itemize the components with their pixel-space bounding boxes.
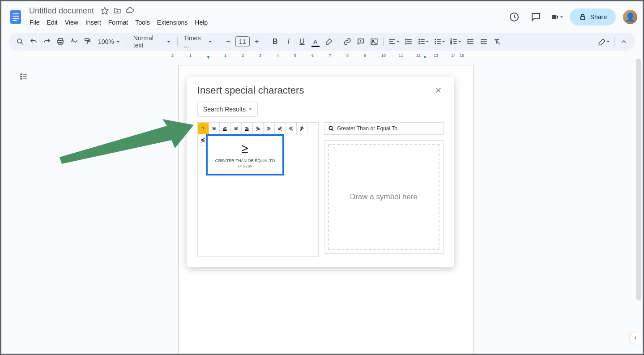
special-characters-dialog: Insert special characters ✕ Search Resul… bbox=[187, 77, 454, 267]
share-label: Share bbox=[590, 13, 607, 21]
svg-rect-3 bbox=[13, 18, 19, 19]
bullet-list-button[interactable] bbox=[432, 35, 447, 48]
horizontal-ruler[interactable]: 2 1 ▼ 1 2 3 4 5 6 7 8 9 10 11 12 ▼ 13 14… bbox=[1, 53, 643, 60]
zoom-select[interactable]: 100% bbox=[94, 35, 124, 48]
close-icon[interactable]: ✕ bbox=[433, 85, 444, 96]
image-button[interactable] bbox=[368, 35, 380, 48]
char-cell[interactable]: ⋟ bbox=[253, 123, 264, 134]
editing-mode-button[interactable] bbox=[597, 35, 612, 48]
header: Untitled document File Edit View Insert … bbox=[1, 1, 643, 30]
clear-format-button[interactable] bbox=[491, 35, 503, 48]
menu-extensions[interactable]: Extensions bbox=[154, 17, 191, 28]
docs-logo[interactable] bbox=[7, 8, 25, 26]
svg-rect-7 bbox=[580, 17, 584, 20]
text-color-button[interactable]: A bbox=[309, 35, 322, 48]
paint-format-button[interactable] bbox=[81, 35, 94, 48]
underline-button[interactable]: U bbox=[296, 35, 308, 48]
print-button[interactable] bbox=[54, 35, 67, 48]
style-select[interactable]: Normal text bbox=[130, 35, 175, 48]
document-title[interactable]: Untitled document bbox=[26, 5, 97, 17]
link-button[interactable] bbox=[341, 35, 354, 48]
toolbar: 100% Normal text Times ... − + B I U A 1… bbox=[9, 33, 635, 51]
menu-insert[interactable]: Insert bbox=[82, 17, 104, 28]
menu-edit[interactable]: Edit bbox=[44, 17, 61, 28]
font-size-decrease[interactable]: − bbox=[222, 35, 235, 48]
svg-point-21 bbox=[21, 74, 22, 75]
font-size-increase[interactable]: + bbox=[251, 35, 263, 48]
vertical-scrollbar[interactable] bbox=[636, 59, 641, 305]
undo-button[interactable] bbox=[27, 35, 40, 48]
collapse-toolbar-button[interactable] bbox=[618, 35, 630, 48]
tooltip-code: U+2265 bbox=[211, 164, 279, 168]
tooltip-name: GREATER-THAN OR EQUAL TO bbox=[211, 158, 279, 163]
dialog-title: Insert special characters bbox=[197, 85, 304, 96]
share-button[interactable]: Share bbox=[570, 9, 616, 26]
menu-file[interactable]: File bbox=[26, 17, 43, 28]
side-panel-toggle[interactable] bbox=[630, 332, 641, 344]
meet-button[interactable] bbox=[548, 8, 566, 26]
char-cell[interactable]: ≦ bbox=[242, 123, 253, 134]
draw-panel: Draw a symbol here bbox=[324, 140, 444, 254]
align-button[interactable] bbox=[386, 35, 401, 48]
svg-point-16 bbox=[435, 41, 436, 42]
char-cell[interactable]: ⋜ bbox=[231, 123, 242, 134]
lock-icon bbox=[579, 13, 587, 21]
redo-button[interactable] bbox=[41, 35, 53, 48]
svg-text:3: 3 bbox=[450, 42, 452, 45]
indent-increase-button[interactable] bbox=[478, 35, 490, 48]
menu-tools[interactable]: Tools bbox=[132, 17, 153, 28]
svg-point-22 bbox=[21, 76, 22, 77]
svg-rect-1 bbox=[13, 13, 19, 14]
char-cell[interactable]: ⋡ bbox=[297, 123, 308, 134]
italic-button[interactable]: I bbox=[282, 35, 295, 48]
bold-button[interactable]: B bbox=[269, 35, 281, 48]
menu-bar: File Edit View Insert Format Tools Exten… bbox=[26, 16, 505, 29]
character-grid: ≥ ⋝ ≧ ⋜ ≦ ⋟ ≽ ⋞ ≼ ⋡ ⋠ ≥ GREATER-THAN OR … bbox=[197, 122, 319, 257]
line-spacing-button[interactable] bbox=[402, 35, 415, 48]
character-tooltip: ≥ GREATER-THAN OR EQUAL TO U+2265 bbox=[206, 134, 284, 175]
search-icon[interactable] bbox=[14, 35, 26, 48]
svg-point-15 bbox=[435, 39, 436, 40]
font-select[interactable]: Times ... bbox=[180, 35, 216, 48]
svg-point-23 bbox=[21, 78, 22, 80]
svg-rect-4 bbox=[13, 20, 17, 21]
search-input[interactable] bbox=[337, 125, 439, 132]
char-cell[interactable]: ≼ bbox=[286, 123, 297, 134]
svg-point-8 bbox=[17, 39, 21, 43]
avatar[interactable]: 👤 bbox=[623, 10, 637, 24]
comments-icon[interactable] bbox=[527, 8, 545, 26]
menu-view[interactable]: View bbox=[62, 17, 81, 28]
spellcheck-button[interactable] bbox=[68, 35, 80, 48]
font-size-input[interactable] bbox=[235, 36, 250, 47]
cloud-status-icon[interactable] bbox=[125, 6, 134, 15]
search-icon bbox=[328, 125, 334, 132]
star-icon[interactable] bbox=[100, 6, 109, 15]
menu-help[interactable]: Help bbox=[192, 17, 211, 28]
char-cell[interactable]: ≧ bbox=[220, 123, 231, 134]
title-area: Untitled document File Edit View Insert … bbox=[26, 5, 505, 29]
svg-rect-12 bbox=[85, 38, 89, 41]
char-cell[interactable]: ⋝ bbox=[209, 123, 220, 134]
numbered-list-button[interactable]: 123 bbox=[448, 35, 463, 48]
menu-format[interactable]: Format bbox=[105, 17, 131, 28]
svg-rect-2 bbox=[13, 16, 19, 17]
char-cell[interactable]: ≽ bbox=[264, 123, 275, 134]
move-icon[interactable] bbox=[113, 6, 122, 15]
character-search-box[interactable] bbox=[324, 122, 444, 135]
vertical-ruler[interactable] bbox=[1, 60, 9, 355]
char-cell[interactable]: ⋞ bbox=[275, 123, 286, 134]
draw-area[interactable]: Draw a symbol here bbox=[328, 144, 439, 250]
tooltip-symbol: ≥ bbox=[211, 141, 279, 156]
char-cell[interactable]: ≥ bbox=[198, 123, 209, 134]
comment-button[interactable] bbox=[354, 35, 367, 48]
highlight-button[interactable] bbox=[323, 35, 335, 48]
svg-marker-5 bbox=[102, 8, 108, 14]
outline-toggle-button[interactable] bbox=[17, 70, 30, 83]
svg-rect-0 bbox=[10, 10, 21, 24]
checklist-button[interactable] bbox=[416, 35, 431, 48]
category-dropdown[interactable]: Search Results bbox=[197, 102, 258, 117]
history-icon[interactable] bbox=[505, 8, 523, 26]
svg-point-24 bbox=[329, 126, 332, 129]
svg-point-17 bbox=[435, 43, 436, 44]
indent-decrease-button[interactable] bbox=[464, 35, 477, 48]
